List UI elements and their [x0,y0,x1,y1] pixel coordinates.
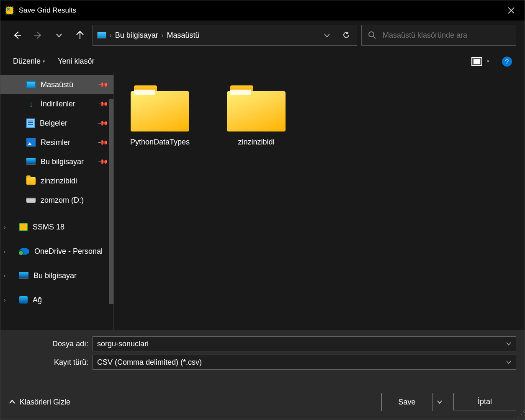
filetype-combo[interactable] [93,355,516,370]
sidebar-item-zinzinzibidi[interactable]: zinzinzibidi [0,171,113,191]
chevron-down-icon[interactable] [506,359,512,365]
pin-icon: 📌 [97,117,109,129]
breadcrumb-pc[interactable]: Bu bilgisayar [115,31,158,40]
app-icon [5,6,14,15]
filename-label: Dosya adı: [9,340,88,348]
sidebar-item-label: Bu bilgisayar [33,271,77,280]
folder-icon [131,85,189,131]
sidebar-item-label: Masaüstü [41,80,73,89]
pin-icon: 📌 [97,98,109,110]
sidebar-item-label: SSMS 18 [33,223,64,232]
recent-dropdown[interactable] [51,27,67,44]
chevron-down-icon[interactable] [506,341,512,347]
chevron-up-icon [9,399,15,405]
pin-icon: 📌 [97,137,109,148]
pin-icon: 📌 [97,156,109,167]
filename-input[interactable] [97,340,506,348]
sidebar-item-label: Ağ [33,296,42,304]
content-area[interactable]: PythonDataTypeszinzinzibidi [113,73,525,330]
search-box[interactable] [361,25,516,46]
sidebar: Masaüstü📌↓İndirilenler📌Belgeler📌Resimler… [0,73,113,330]
filename-combo[interactable] [93,336,516,351]
sidebar-item-label: Belgeler [40,119,67,128]
pin-icon: 📌 [97,79,109,90]
chevron-right-icon: › [162,32,164,39]
sidebar-item-label: OneDrive - Personal [34,247,103,256]
chevron-right-icon[interactable]: › [4,224,5,230]
view-button[interactable]: ▾ [471,57,489,66]
sidebar-item-belgeler[interactable]: Belgeler📌 [0,113,113,133]
hide-folders-button[interactable]: Klasörleri Gizle [9,398,70,407]
cancel-button[interactable]: İptal [453,393,516,410]
search-input[interactable] [383,31,510,40]
sidebar-item-a-[interactable]: ›Ağ [0,290,113,309]
window-title: Save Grid Results [19,6,503,15]
folder-label: PythonDataTypes [130,138,190,147]
chevron-right-icon[interactable]: › [4,248,5,255]
filetype-label: Kayıt türü: [9,358,88,367]
back-button[interactable] [9,27,26,44]
resize-grip[interactable]: ⋰ [517,412,524,419]
close-button[interactable] [503,2,520,19]
chevron-right-icon[interactable]: › [4,297,5,303]
search-icon [368,31,376,39]
save-dropdown[interactable] [432,393,447,411]
breadcrumb[interactable]: › Bu bilgisayar › Masaüstü [93,25,357,46]
refresh-button[interactable] [342,31,350,39]
sidebar-item-label: zomzom (D:) [41,196,84,205]
help-button[interactable]: ? [502,57,512,67]
chevron-right-icon: › [110,32,112,39]
save-button[interactable]: Save [382,393,432,411]
sidebar-item-bu-bilgisayar[interactable]: ›Bu bilgisayar [0,266,113,285]
folder-label: zinzinzibidi [238,138,274,147]
sidebar-item-label: Resimler [41,138,70,147]
filetype-input[interactable] [97,358,506,367]
breadcrumb-dropdown[interactable] [324,32,330,39]
folder-icon [227,85,286,131]
sidebar-item-masa-st-[interactable]: Masaüstü📌 [0,75,113,94]
sidebar-item-label: İndirilenler [41,100,75,108]
sidebar-item-i-ndirilenler[interactable]: ↓İndirilenler📌 [0,94,113,113]
pc-icon [97,32,106,39]
folder-pythondatatypes[interactable]: PythonDataTypes [122,85,198,147]
breadcrumb-location[interactable]: Masaüstü [167,31,199,40]
chevron-right-icon[interactable]: › [4,273,5,279]
sidebar-item-label: zinzinzibidi [41,177,77,186]
new-folder-button[interactable]: Yeni klasör [58,57,94,66]
forward-button[interactable] [30,27,46,44]
up-button[interactable] [72,27,88,44]
sidebar-item-zomzom-d-[interactable]: zomzom (D:) [0,191,113,210]
folder-zinzinzibidi[interactable]: zinzinzibidi [219,85,294,147]
sidebar-item-bu-bilgisayar[interactable]: Bu bilgisayar📌 [0,152,113,171]
svg-point-2 [369,32,374,37]
sidebar-item-label: Bu bilgisayar [41,157,84,166]
sidebar-item-resimler[interactable]: Resimler📌 [0,133,113,152]
organize-button[interactable]: Düzenle ▾ [13,57,45,66]
sidebar-item-onedrive-personal[interactable]: ›OneDrive - Personal [0,242,113,261]
sidebar-item-ssms-18[interactable]: ›SSMS 18 [0,217,113,237]
